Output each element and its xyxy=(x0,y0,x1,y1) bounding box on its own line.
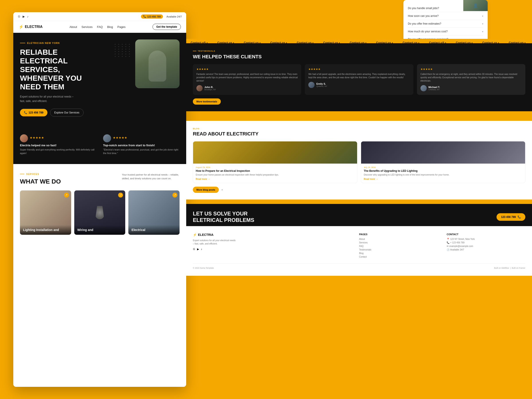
footer-youtube-icon[interactable]: ▶ xyxy=(197,248,199,251)
footer-logo: ⚡ ELECTRIA xyxy=(193,233,350,236)
top-bar: ① ▶ ♪ 📞 123 456 789 Available 24/7 xyxy=(13,12,186,21)
stars-1: ★★★★★ xyxy=(196,68,298,71)
footer-tagline: Expert solutions for all your electrical… xyxy=(193,239,237,245)
service-arrow-icon: ↗ xyxy=(64,193,69,197)
hero-image xyxy=(135,39,180,88)
phone-icon: 📞 xyxy=(143,15,146,18)
social-links: ① ▶ ♪ xyxy=(18,15,29,18)
service-card-2[interactable]: Wiring and ↗ xyxy=(74,190,126,235)
avatar-2 xyxy=(308,82,315,88)
footer-contact-col: CONTACT 📍 123 NY Street, New York 📞 + 12… xyxy=(447,233,525,259)
clock-icon: 🕐 xyxy=(447,248,449,251)
explore-services-button[interactable]: Explore Our Services xyxy=(50,109,83,117)
footer-bottom: © 2024 Numa Template Built on Webflow | … xyxy=(193,264,525,269)
author-loc-2: Queens, NY xyxy=(316,85,327,87)
blog-grid: August 29, 2024 How to Prepare for an El… xyxy=(193,141,525,183)
author-loc-3: Chelsea, NY xyxy=(429,89,440,91)
footer-address: 📍 123 NY Street, New York xyxy=(447,238,525,240)
tiktok-icon[interactable]: ♪ xyxy=(27,15,29,18)
footer-copyright: © 2024 Numa Template xyxy=(193,267,214,269)
footer-webflow: Built on Webflow xyxy=(494,267,509,269)
hero-subtitle: Expert solutions for all your electrical… xyxy=(20,95,78,103)
footer-link-contact[interactable]: Contact xyxy=(359,256,438,258)
nav-services[interactable]: Services xyxy=(82,25,93,29)
testimonial-card-3: ★★★★★ Called them for an emergency at ni… xyxy=(417,64,525,95)
hero-testimonial-1: ★★★★★ Electria helped me so fast! Super … xyxy=(20,134,96,155)
footer-social: ① ▶ ♪ xyxy=(193,248,350,251)
blog-card-1[interactable]: August 29, 2024 How to Prepare for an El… xyxy=(193,141,357,183)
nav-pages[interactable]: Pages xyxy=(117,25,126,29)
hero-phone-button[interactable]: 📞 123 456 789 xyxy=(20,109,47,116)
footer-instagram-icon[interactable]: ① xyxy=(193,248,195,251)
services-section: SERVICES WHAT WE DO Your trusted partner… xyxy=(13,164,186,244)
footer-grid: ⚡ ELECTRIA Expert solutions for all your… xyxy=(193,233,525,259)
footer-link-faq[interactable]: FAQ xyxy=(359,245,438,247)
footer-link-blog[interactable]: Blog xyxy=(359,252,438,254)
chevron-down-icon: ▾ xyxy=(482,23,483,25)
cta-title: LET US SOLVE YOUR ELETRICAL PROBLEMS xyxy=(193,211,264,223)
phone-icon: 📞 xyxy=(447,241,449,244)
blog-excerpt-1: Ensure your home passes an electrical in… xyxy=(196,173,355,177)
more-testimonials-button[interactable]: More testimonials xyxy=(193,98,221,105)
blog-tag: BLOG xyxy=(193,127,525,130)
footer-link-services[interactable]: Services xyxy=(359,241,438,244)
stars-3: ★★★★★ xyxy=(420,68,522,71)
blog-excerpt-2: Discover why upgrading to LED lighting i… xyxy=(364,173,522,177)
cta-phone-button[interactable]: 123 456 789 📞 xyxy=(497,213,525,221)
footer-tiktok-icon[interactable]: ♪ xyxy=(201,248,202,251)
nav-links: About Services FAQ Blog Pages xyxy=(70,25,126,29)
hero-buttons: 📞 123 456 789 Explore Our Services xyxy=(20,109,180,117)
chevron-down-icon: ▾ xyxy=(482,30,483,33)
blog-date-2: July 15, 2024 xyxy=(364,166,522,168)
decorative-dots: for(let i=0;i<30;i++) document.write('<d… xyxy=(115,44,131,57)
author-name-2: Emily S. xyxy=(316,82,327,85)
location-icon: 📍 xyxy=(447,238,449,240)
phone-icon: 📞 xyxy=(518,215,521,219)
logo-text: ELECTRIA xyxy=(25,25,43,29)
get-template-button[interactable]: Get the template xyxy=(152,24,181,30)
test-text-3: Called them for an emergency at night, a… xyxy=(420,72,522,82)
footer-pages-col: PAGES About Services FAQ Testimonials Bl… xyxy=(359,233,438,259)
more-blog-button[interactable]: More blog posts xyxy=(193,187,219,193)
services-grid: Lighting Installation and ↗ Wiring and ↗… xyxy=(20,190,180,235)
services-tag: SERVICES xyxy=(20,173,61,175)
footer-bolt-icon: ⚡ xyxy=(193,233,197,236)
youtube-icon[interactable]: ▶ xyxy=(23,15,25,18)
faq-item[interactable]: How much do your services cost?▾ xyxy=(408,28,483,35)
instagram-icon[interactable]: ① xyxy=(18,15,20,18)
hero-title: RELIABLE ELECTRICAL SERVICES, WHENEVER Y… xyxy=(20,48,100,91)
faq-item[interactable]: Do you offer free estimates?▾ xyxy=(408,20,483,28)
author-name-3: Michael T. xyxy=(429,86,440,89)
blog-title: READ ABOUT ELECTRICITY xyxy=(193,131,525,137)
footer-availability: 🕐 Available 24/7 xyxy=(447,248,525,251)
nav-blog[interactable]: Blog xyxy=(107,25,113,29)
services-title: WHAT WE DO xyxy=(20,178,61,185)
footer-section: ⚡ ELECTRIA Expert solutions for all your… xyxy=(186,226,532,276)
footer-phone: 📞 + 123 456 789 xyxy=(447,241,525,244)
read-more-1[interactable]: Read more → xyxy=(196,178,355,180)
avatar-3 xyxy=(420,85,427,91)
email-icon: ✉ xyxy=(447,245,449,247)
hero-testimonials: ★★★★★ Electria helped me so fast! Super … xyxy=(20,128,180,155)
test-text-1: Fantastic service! The team was prompt, … xyxy=(196,72,298,82)
footer-link-about[interactable]: About xyxy=(359,238,438,240)
browser-window: ① ▶ ♪ 📞 123 456 789 Available 24/7 ⚡ ELE… xyxy=(13,12,186,387)
nav-faq[interactable]: FAQ xyxy=(97,25,103,29)
service-card-1[interactable]: Lighting Installation and ↗ xyxy=(20,190,71,235)
footer-link-testimonials[interactable]: Testimonials xyxy=(359,248,438,251)
blog-post-title-1: How to Prepare for an Electrical Inspect… xyxy=(196,169,355,172)
blog-post-title-2: The Benefits of Upgrading to LED Lightin… xyxy=(364,169,522,172)
logo[interactable]: ⚡ ELECTRIA xyxy=(19,24,43,29)
faq-item[interactable]: How soon can you arrive?▾ xyxy=(408,12,483,20)
test-text-2: We had a full panel upgrade, and the ele… xyxy=(308,72,410,79)
read-more-2[interactable]: Read more → xyxy=(364,178,522,180)
phone-badge[interactable]: 📞 123 456 789 xyxy=(141,14,163,19)
nav-about[interactable]: About xyxy=(70,25,77,29)
avatar-1 xyxy=(196,85,203,91)
blog-card-2[interactable]: July 15, 2024 The Benefits of Upgrading … xyxy=(361,141,525,183)
testimonials-tag: TESTIMONIALS xyxy=(193,50,525,52)
testimonials-title: WE HELPED THESE CLIENTS xyxy=(193,54,525,60)
service-card-3[interactable]: Electrical ↗ xyxy=(128,190,180,235)
testimonial-card-1: ★★★★★ Fantastic service! The team was pr… xyxy=(193,64,301,95)
testimonials-section: TESTIMONIALS WE HELPED THESE CLIENTS ★★★… xyxy=(186,43,532,111)
